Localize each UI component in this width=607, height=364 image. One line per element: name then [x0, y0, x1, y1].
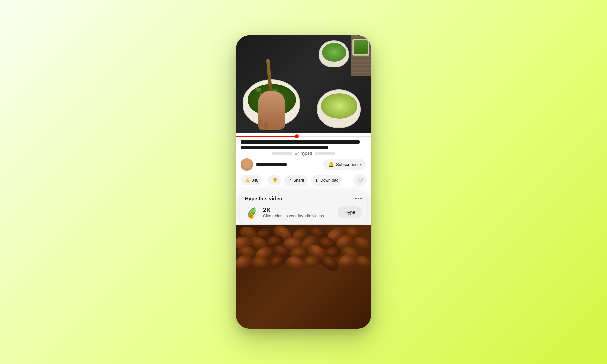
hype-content: 2K Give points to your favorite videos H… [245, 205, 362, 219]
like-button[interactable]: 👍 348 [241, 175, 262, 185]
progress-section [236, 133, 371, 137]
progress-dot [295, 134, 299, 138]
bell-icon: 🔔 [328, 162, 334, 167]
like-divider [265, 176, 265, 184]
hype-flame-icon [245, 205, 259, 219]
heart-icon: 🤍 [356, 177, 363, 184]
dot-1 [355, 198, 357, 199]
channel-name [256, 163, 287, 166]
video-top[interactable] [236, 35, 371, 133]
hype-title: Hype this video [245, 195, 282, 201]
share-icon: ↗ [288, 178, 292, 183]
save-button[interactable]: 🤍 [353, 174, 366, 187]
action-row: 👍 348 👎 ↗ Share ⬇ Download 🤍 [241, 174, 366, 187]
hashtag-row: #4 hyped [241, 151, 366, 156]
hype-card: Hype this video [240, 191, 367, 224]
chevron-down-icon: ▾ [360, 163, 362, 166]
like-count: 348 [252, 178, 258, 183]
share-button[interactable]: ↗ Share [284, 175, 308, 186]
dislike-icon: 👎 [272, 178, 277, 183]
phone-frame: #4 hyped 🔔 Subscribed ▾ 👍 348 [236, 35, 371, 329]
download-icon: ⬇ [315, 178, 319, 183]
hype-points-info: 2K Give points to your favorite videos [263, 207, 324, 218]
hype-points: 2K [263, 207, 324, 214]
video-progress-bar[interactable] [236, 136, 371, 137]
dislike-button[interactable]: 👎 [268, 175, 281, 185]
coffee-scene [236, 225, 371, 329]
video-info-section: #4 hyped 🔔 Subscribed ▾ 👍 348 [236, 137, 371, 191]
subscribed-label: Subscribed [336, 162, 358, 167]
hype-description: Give points to your favorite videos [263, 214, 324, 218]
hype-button[interactable]: Hype [338, 206, 362, 218]
download-button[interactable]: ⬇ Download [311, 175, 342, 186]
subscribed-button[interactable]: 🔔 Subscribed ▾ [323, 159, 366, 170]
like-icon: 👍 [245, 178, 250, 183]
hype-card-header: Hype this video [245, 195, 362, 201]
video-title [241, 140, 366, 149]
more-options-button[interactable] [355, 198, 362, 199]
dot-3 [360, 198, 362, 199]
channel-row: 🔔 Subscribed ▾ [241, 158, 366, 171]
video-bottom[interactable] [236, 225, 371, 329]
progress-filled [236, 136, 297, 137]
channel-avatar[interactable] [241, 158, 253, 171]
dot-2 [358, 198, 359, 199]
download-label: Download [320, 178, 338, 183]
hype-left: 2K Give points to your favorite videos [245, 205, 324, 219]
hashtag-label: #4 hyped [295, 151, 312, 156]
share-label: Share [293, 178, 304, 183]
